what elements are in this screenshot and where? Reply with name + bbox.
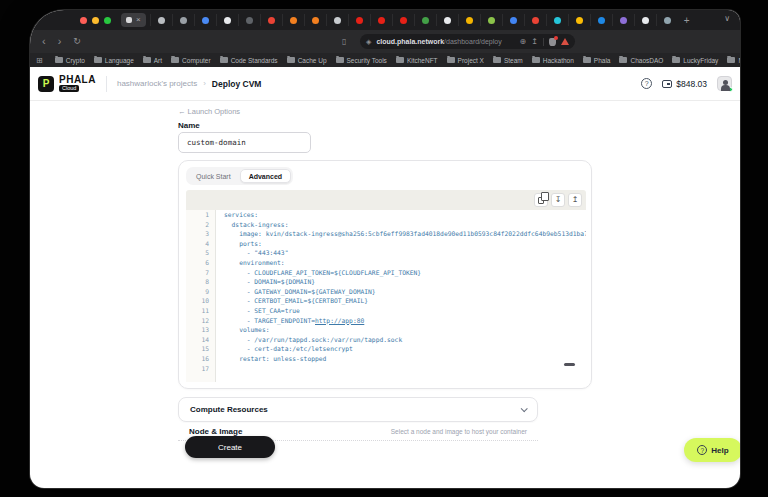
pinned-tab[interactable]: [480, 14, 502, 26]
breadcrumb-project[interactable]: hashwarlock's projects: [117, 79, 197, 88]
code-line: - DOMAIN=${DOMAIN}: [224, 277, 586, 287]
bookmark-folder[interactable]: ChaosDAO: [619, 57, 663, 64]
reload-icon[interactable]: ↻: [73, 37, 81, 46]
compute-resources-section[interactable]: Compute Resources: [178, 397, 538, 422]
pinned-tab[interactable]: [568, 14, 590, 26]
tab-overflow-chevron-icon[interactable]: ∨: [724, 14, 730, 23]
line-number: 6: [186, 258, 209, 268]
close-tab-icon[interactable]: ×: [136, 16, 141, 24]
pinned-tab[interactable]: [260, 14, 282, 26]
bookmark-folder[interactable]: Computer: [171, 57, 211, 64]
pinned-tab[interactable]: [656, 14, 678, 26]
bookmark-folder[interactable]: Code Standards: [220, 57, 278, 64]
apps-grid-icon[interactable]: ⊞: [36, 56, 43, 65]
pinned-tab[interactable]: [634, 14, 656, 26]
pinned-tab[interactable]: [348, 14, 370, 26]
code-link[interactable]: http://app:80: [315, 317, 364, 324]
pinned-tab[interactable]: [436, 14, 458, 26]
bookmark-folder-label: Steam: [504, 57, 523, 64]
pinned-tab[interactable]: [392, 14, 414, 26]
pinned-tab[interactable]: [194, 14, 216, 26]
pinned-tab[interactable]: [304, 14, 326, 26]
avatar[interactable]: [717, 76, 732, 91]
bookmark-folder[interactable]: Steam: [493, 57, 523, 64]
pinned-tab[interactable]: [326, 14, 348, 26]
pinned-tab[interactable]: [458, 14, 480, 26]
line-number: 13: [186, 325, 209, 335]
address-bar[interactable]: ◈ cloud.phala.network /dashboard/deploy …: [360, 34, 575, 49]
bookmark-folder-label: Cache Up: [298, 57, 327, 64]
bookmark-folder[interactable]: Security Tools: [336, 57, 387, 64]
compose-editor-card: Quick Start Advanced ↧ ↥ 123456789101112…: [178, 160, 592, 389]
create-button[interactable]: Create: [185, 436, 275, 458]
forward-icon[interactable]: ›: [58, 36, 62, 47]
pinned-tab[interactable]: [370, 14, 392, 26]
bookmark-folder[interactable]: Crypto: [55, 57, 85, 64]
line-number: 4: [186, 239, 209, 249]
pinned-tab[interactable]: [546, 14, 568, 26]
share-icon[interactable]: ↥: [531, 38, 538, 46]
shield-badge-icon[interactable]: [549, 38, 556, 46]
pinned-tab[interactable]: [612, 14, 634, 26]
download-button[interactable]: ↧: [551, 193, 565, 207]
bookmark-folder[interactable]: Networking: [727, 57, 740, 64]
tab-advanced[interactable]: Advanced: [240, 169, 291, 183]
tab-favicon: [180, 17, 187, 24]
pinned-tab[interactable]: [238, 14, 260, 26]
pinned-tab[interactable]: [590, 14, 612, 26]
folder-icon: [672, 57, 680, 63]
line-number: 11: [186, 306, 209, 316]
bookmark-folder[interactable]: Hackathon: [532, 57, 574, 64]
bookmark-folder[interactable]: KitcheNFT: [396, 57, 438, 64]
code-line: - /var/run/tappd.sock:/var/run/tappd.soc…: [224, 335, 586, 345]
site-settings-icon[interactable]: ◈: [366, 38, 371, 46]
tab-quick-start[interactable]: Quick Start: [188, 169, 239, 183]
yaml-editor[interactable]: 1234567891011121314151617 services: dsta…: [186, 210, 586, 382]
active-browser-tab[interactable]: ×: [121, 13, 146, 27]
bookmark-folder[interactable]: Art: [143, 57, 162, 64]
balance-display[interactable]: $848.03: [662, 79, 707, 89]
maximize-window-button[interactable]: [104, 17, 111, 24]
code-line: [224, 364, 586, 374]
bookmark-folder-label: LuckyFriday: [683, 57, 718, 64]
back-to-launch-options-link[interactable]: ← Launch Options: [178, 107, 240, 116]
folder-icon: [727, 57, 735, 63]
upload-button[interactable]: ↥: [568, 193, 582, 207]
code-line: - SET_CAA=true: [224, 306, 586, 316]
editor-scrollbar-thumb[interactable]: [564, 363, 575, 366]
folder-icon: [532, 57, 540, 63]
pinned-tab[interactable]: [414, 14, 436, 26]
help-icon[interactable]: ?: [641, 78, 652, 89]
pinned-tab[interactable]: [282, 14, 304, 26]
close-window-button[interactable]: [80, 17, 87, 24]
pinned-tab[interactable]: [502, 14, 524, 26]
tab-favicon: [466, 17, 473, 24]
warning-triangle-icon[interactable]: [561, 38, 569, 45]
tab-favicon: [126, 17, 132, 23]
bookmark-folder[interactable]: Language: [94, 57, 134, 64]
bookmark-folder[interactable]: LuckyFriday: [672, 57, 718, 64]
copy-button[interactable]: [534, 193, 548, 207]
pinned-tab[interactable]: [216, 14, 238, 26]
chevron-down-icon[interactable]: [521, 405, 528, 412]
pinned-tab[interactable]: [524, 14, 546, 26]
bookmark-folder[interactable]: Phala: [583, 57, 611, 64]
bookmark-folder[interactable]: Project X: [447, 57, 484, 64]
bookmark-folder[interactable]: Cache Up: [287, 57, 327, 64]
folder-icon: [287, 57, 295, 63]
help-button[interactable]: ? Help: [684, 438, 740, 462]
phala-logo[interactable]: P: [38, 76, 54, 92]
bookmark-sidebar-icon[interactable]: ▯: [342, 37, 346, 46]
back-icon[interactable]: ‹: [42, 36, 46, 47]
code-line: dstack-ingress:: [224, 220, 586, 230]
minimize-window-button[interactable]: [92, 17, 99, 24]
line-number: 9: [186, 287, 209, 297]
code-content[interactable]: services: dstack-ingress: image: kvin/ds…: [216, 210, 586, 382]
wallet-icon: [662, 80, 672, 88]
zoom-icon[interactable]: ⊕: [520, 38, 527, 46]
help-button-label: Help: [711, 446, 728, 455]
name-input[interactable]: [178, 132, 311, 153]
pinned-tab[interactable]: [172, 14, 194, 26]
pinned-tab[interactable]: [150, 14, 172, 26]
new-tab-button[interactable]: +: [684, 15, 690, 26]
